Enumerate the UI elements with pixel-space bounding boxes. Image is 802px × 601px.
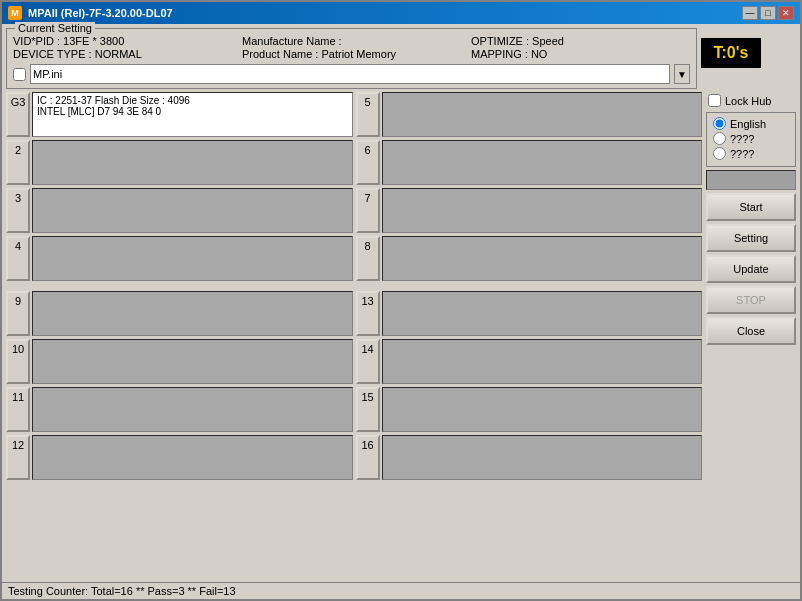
port-2-display bbox=[32, 140, 353, 185]
setting-grid: VID*PID : 13FE * 3800 Manufacture Name :… bbox=[13, 35, 690, 60]
port-8-display bbox=[382, 236, 703, 281]
lang-option3-label: ???? bbox=[730, 148, 754, 160]
port-4-display bbox=[32, 236, 353, 281]
right-bottom-ports: 13 14 15 16 bbox=[356, 291, 703, 480]
port-8: 8 bbox=[356, 236, 703, 281]
port-7-num: 7 bbox=[356, 188, 380, 233]
right-top-ports: 5 6 7 8 bbox=[356, 92, 703, 281]
port-6: 6 bbox=[356, 140, 703, 185]
device-type: DEVICE TYPE : NORMAL bbox=[13, 48, 232, 60]
sidebar: Lock Hub English ???? ???? bbox=[706, 92, 796, 578]
lock-hub-label: Lock Hub bbox=[725, 95, 771, 107]
port-12-num: 12 bbox=[6, 435, 30, 480]
port-9: 9 bbox=[6, 291, 353, 336]
port-13-num: 13 bbox=[356, 291, 380, 336]
lang-option3-radio[interactable] bbox=[713, 147, 726, 160]
port-6-num: 6 bbox=[356, 140, 380, 185]
main-area: G3 IC : 2251-37 Flash Die Size : 4096INT… bbox=[6, 92, 796, 578]
content-area: Current Setting VID*PID : 13FE * 3800 Ma… bbox=[2, 24, 800, 582]
lang-option2-label: ???? bbox=[730, 133, 754, 145]
status-bar: Testing Counter: Total=16 ** Pass=3 ** F… bbox=[2, 582, 800, 599]
port-13: 13 bbox=[356, 291, 703, 336]
port-separator bbox=[6, 284, 702, 288]
port-16-display bbox=[382, 435, 703, 480]
title-controls: — □ ✕ bbox=[742, 6, 794, 20]
port-10-num: 10 bbox=[6, 339, 30, 384]
mapping: MAPPING : NO bbox=[471, 48, 690, 60]
title-bar-left: M MPAII (Rel)-7F-3.20.00-DL07 bbox=[8, 6, 173, 20]
port-4: 4 bbox=[6, 236, 353, 281]
close-button[interactable]: ✕ bbox=[778, 6, 794, 20]
port-15-num: 15 bbox=[356, 387, 380, 432]
start-button[interactable]: Start bbox=[706, 193, 796, 221]
port-7-display bbox=[382, 188, 703, 233]
port-13-display bbox=[382, 291, 703, 336]
title-bar: M MPAII (Rel)-7F-3.20.00-DL07 — □ ✕ bbox=[2, 2, 800, 24]
ini-row: ▼ bbox=[13, 64, 690, 84]
lock-hub-checkbox[interactable] bbox=[708, 94, 721, 107]
port-10-display bbox=[32, 339, 353, 384]
port-11-num: 11 bbox=[6, 387, 30, 432]
main-window: M MPAII (Rel)-7F-3.20.00-DL07 — □ ✕ Curr… bbox=[0, 0, 802, 601]
port-14-num: 14 bbox=[356, 339, 380, 384]
lang-english-radio[interactable] bbox=[713, 117, 726, 130]
port-g3-display: IC : 2251-37 Flash Die Size : 4096INTEL … bbox=[32, 92, 353, 137]
port-g3-num: G3 bbox=[6, 92, 30, 137]
port-15: 15 bbox=[356, 387, 703, 432]
lang-english: English bbox=[713, 117, 789, 130]
lang-option-2: ???? bbox=[713, 132, 789, 145]
port-9-num: 9 bbox=[6, 291, 30, 336]
app-icon: M bbox=[8, 6, 22, 20]
top-right-sidebar: T:0's bbox=[701, 28, 796, 68]
port-14: 14 bbox=[356, 339, 703, 384]
port-3: 3 bbox=[6, 188, 353, 233]
ini-dropdown-btn[interactable]: ▼ bbox=[674, 64, 690, 84]
ini-field[interactable] bbox=[30, 64, 670, 84]
update-button[interactable]: Update bbox=[706, 255, 796, 283]
port-12: 12 bbox=[6, 435, 353, 480]
port-3-display bbox=[32, 188, 353, 233]
lang-english-label: English bbox=[730, 118, 766, 130]
group-label: Current Setting bbox=[15, 22, 95, 34]
optimize: OPTIMIZE : Speed bbox=[471, 35, 690, 47]
port-11-display bbox=[32, 387, 353, 432]
manufacture-name: Manufacture Name : bbox=[242, 35, 461, 47]
port-5: 5 bbox=[356, 92, 703, 137]
port-15-display bbox=[382, 387, 703, 432]
setting-button[interactable]: Setting bbox=[706, 224, 796, 252]
ini-checkbox[interactable] bbox=[13, 68, 26, 81]
minimize-button[interactable]: — bbox=[742, 6, 758, 20]
lang-option2-radio[interactable] bbox=[713, 132, 726, 145]
port-2: 2 bbox=[6, 140, 353, 185]
timer-display: T:0's bbox=[701, 38, 761, 68]
port-8-num: 8 bbox=[356, 236, 380, 281]
lock-hub-row: Lock Hub bbox=[706, 92, 796, 109]
port-2-num: 2 bbox=[6, 140, 30, 185]
product-name: Product Name : Patriot Memory bbox=[242, 48, 461, 60]
port-10: 10 bbox=[6, 339, 353, 384]
port-16-num: 16 bbox=[356, 435, 380, 480]
stop-button[interactable]: STOP bbox=[706, 286, 796, 314]
scroll-area bbox=[706, 170, 796, 190]
port-11: 11 bbox=[6, 387, 353, 432]
port-4-num: 4 bbox=[6, 236, 30, 281]
left-bottom-ports: 9 10 11 12 bbox=[6, 291, 353, 480]
port-9-display bbox=[32, 291, 353, 336]
left-top-ports: G3 IC : 2251-37 Flash Die Size : 4096INT… bbox=[6, 92, 353, 281]
status-text: Testing Counter: Total=16 ** Pass=3 ** F… bbox=[8, 585, 236, 597]
port-g3: G3 IC : 2251-37 Flash Die Size : 4096INT… bbox=[6, 92, 353, 137]
maximize-button[interactable]: □ bbox=[760, 6, 776, 20]
port-16: 16 bbox=[356, 435, 703, 480]
port-12-display bbox=[32, 435, 353, 480]
window-title: MPAII (Rel)-7F-3.20.00-DL07 bbox=[28, 7, 173, 19]
port-5-num: 5 bbox=[356, 92, 380, 137]
close-app-button[interactable]: Close bbox=[706, 317, 796, 345]
top-ports-grid: G3 IC : 2251-37 Flash Die Size : 4096INT… bbox=[6, 92, 702, 281]
ports-area: G3 IC : 2251-37 Flash Die Size : 4096INT… bbox=[6, 92, 702, 578]
port-7: 7 bbox=[356, 188, 703, 233]
vid-pid: VID*PID : 13FE * 3800 bbox=[13, 35, 232, 47]
bottom-ports-grid: 9 10 11 12 bbox=[6, 291, 702, 480]
port-6-display bbox=[382, 140, 703, 185]
port-14-display bbox=[382, 339, 703, 384]
current-setting-group: Current Setting VID*PID : 13FE * 3800 Ma… bbox=[6, 28, 697, 89]
